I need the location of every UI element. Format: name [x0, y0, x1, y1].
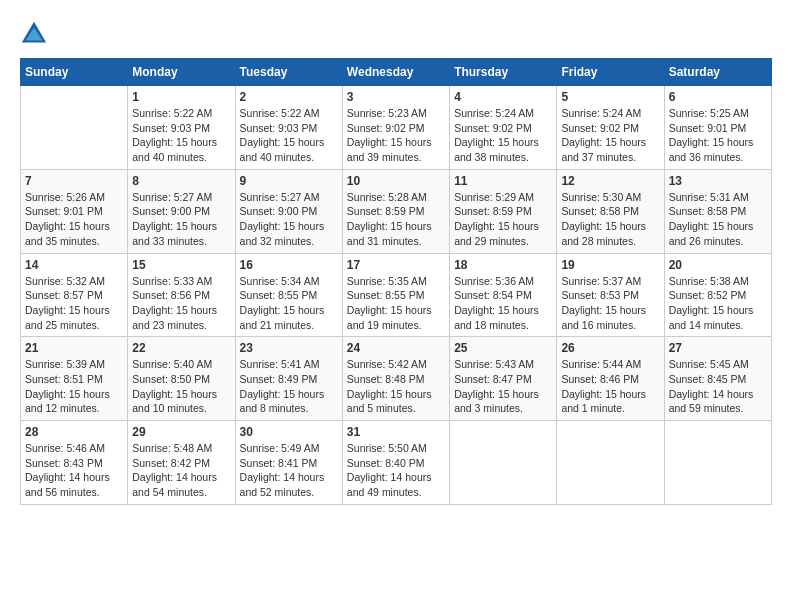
day-info: Sunrise: 5:27 AM Sunset: 9:00 PM Dayligh… [240, 190, 338, 249]
day-info: Sunrise: 5:39 AM Sunset: 8:51 PM Dayligh… [25, 357, 123, 416]
day-info: Sunrise: 5:23 AM Sunset: 9:02 PM Dayligh… [347, 106, 445, 165]
calendar-cell: 6Sunrise: 5:25 AM Sunset: 9:01 PM Daylig… [664, 86, 771, 170]
day-info: Sunrise: 5:24 AM Sunset: 9:02 PM Dayligh… [454, 106, 552, 165]
calendar-cell: 28Sunrise: 5:46 AM Sunset: 8:43 PM Dayli… [21, 421, 128, 505]
day-info: Sunrise: 5:49 AM Sunset: 8:41 PM Dayligh… [240, 441, 338, 500]
day-info: Sunrise: 5:26 AM Sunset: 9:01 PM Dayligh… [25, 190, 123, 249]
calendar-cell: 16Sunrise: 5:34 AM Sunset: 8:55 PM Dayli… [235, 253, 342, 337]
calendar-cell: 26Sunrise: 5:44 AM Sunset: 8:46 PM Dayli… [557, 337, 664, 421]
calendar-cell: 18Sunrise: 5:36 AM Sunset: 8:54 PM Dayli… [450, 253, 557, 337]
day-number: 16 [240, 258, 338, 272]
day-number: 29 [132, 425, 230, 439]
day-number: 28 [25, 425, 123, 439]
calendar-cell: 21Sunrise: 5:39 AM Sunset: 8:51 PM Dayli… [21, 337, 128, 421]
calendar-week-row: 7Sunrise: 5:26 AM Sunset: 9:01 PM Daylig… [21, 169, 772, 253]
calendar-cell [557, 421, 664, 505]
calendar-cell [664, 421, 771, 505]
day-info: Sunrise: 5:22 AM Sunset: 9:03 PM Dayligh… [132, 106, 230, 165]
day-number: 14 [25, 258, 123, 272]
day-number: 8 [132, 174, 230, 188]
day-number: 20 [669, 258, 767, 272]
day-of-week-header: Monday [128, 59, 235, 86]
day-of-week-header: Thursday [450, 59, 557, 86]
day-number: 26 [561, 341, 659, 355]
day-number: 1 [132, 90, 230, 104]
day-number: 19 [561, 258, 659, 272]
day-number: 31 [347, 425, 445, 439]
calendar-week-row: 1Sunrise: 5:22 AM Sunset: 9:03 PM Daylig… [21, 86, 772, 170]
page-header [20, 20, 772, 48]
day-number: 7 [25, 174, 123, 188]
day-number: 25 [454, 341, 552, 355]
calendar-cell: 23Sunrise: 5:41 AM Sunset: 8:49 PM Dayli… [235, 337, 342, 421]
day-info: Sunrise: 5:32 AM Sunset: 8:57 PM Dayligh… [25, 274, 123, 333]
day-info: Sunrise: 5:42 AM Sunset: 8:48 PM Dayligh… [347, 357, 445, 416]
calendar-cell: 22Sunrise: 5:40 AM Sunset: 8:50 PM Dayli… [128, 337, 235, 421]
day-info: Sunrise: 5:35 AM Sunset: 8:55 PM Dayligh… [347, 274, 445, 333]
calendar-cell: 9Sunrise: 5:27 AM Sunset: 9:00 PM Daylig… [235, 169, 342, 253]
day-number: 4 [454, 90, 552, 104]
day-number: 3 [347, 90, 445, 104]
day-info: Sunrise: 5:30 AM Sunset: 8:58 PM Dayligh… [561, 190, 659, 249]
calendar-cell [21, 86, 128, 170]
day-number: 17 [347, 258, 445, 272]
day-info: Sunrise: 5:46 AM Sunset: 8:43 PM Dayligh… [25, 441, 123, 500]
calendar-cell: 30Sunrise: 5:49 AM Sunset: 8:41 PM Dayli… [235, 421, 342, 505]
day-number: 2 [240, 90, 338, 104]
calendar-cell: 2Sunrise: 5:22 AM Sunset: 9:03 PM Daylig… [235, 86, 342, 170]
day-number: 30 [240, 425, 338, 439]
day-info: Sunrise: 5:33 AM Sunset: 8:56 PM Dayligh… [132, 274, 230, 333]
day-info: Sunrise: 5:22 AM Sunset: 9:03 PM Dayligh… [240, 106, 338, 165]
day-number: 23 [240, 341, 338, 355]
calendar-cell: 31Sunrise: 5:50 AM Sunset: 8:40 PM Dayli… [342, 421, 449, 505]
day-number: 18 [454, 258, 552, 272]
calendar-cell: 27Sunrise: 5:45 AM Sunset: 8:45 PM Dayli… [664, 337, 771, 421]
calendar-cell: 4Sunrise: 5:24 AM Sunset: 9:02 PM Daylig… [450, 86, 557, 170]
day-info: Sunrise: 5:36 AM Sunset: 8:54 PM Dayligh… [454, 274, 552, 333]
calendar-header-row: SundayMondayTuesdayWednesdayThursdayFrid… [21, 59, 772, 86]
day-number: 6 [669, 90, 767, 104]
calendar-cell: 7Sunrise: 5:26 AM Sunset: 9:01 PM Daylig… [21, 169, 128, 253]
day-info: Sunrise: 5:31 AM Sunset: 8:58 PM Dayligh… [669, 190, 767, 249]
day-number: 15 [132, 258, 230, 272]
day-number: 22 [132, 341, 230, 355]
calendar-cell: 12Sunrise: 5:30 AM Sunset: 8:58 PM Dayli… [557, 169, 664, 253]
day-info: Sunrise: 5:38 AM Sunset: 8:52 PM Dayligh… [669, 274, 767, 333]
day-number: 11 [454, 174, 552, 188]
day-of-week-header: Tuesday [235, 59, 342, 86]
calendar-cell: 1Sunrise: 5:22 AM Sunset: 9:03 PM Daylig… [128, 86, 235, 170]
calendar-cell: 25Sunrise: 5:43 AM Sunset: 8:47 PM Dayli… [450, 337, 557, 421]
calendar-cell: 15Sunrise: 5:33 AM Sunset: 8:56 PM Dayli… [128, 253, 235, 337]
calendar-cell: 11Sunrise: 5:29 AM Sunset: 8:59 PM Dayli… [450, 169, 557, 253]
day-info: Sunrise: 5:29 AM Sunset: 8:59 PM Dayligh… [454, 190, 552, 249]
day-info: Sunrise: 5:27 AM Sunset: 9:00 PM Dayligh… [132, 190, 230, 249]
day-info: Sunrise: 5:43 AM Sunset: 8:47 PM Dayligh… [454, 357, 552, 416]
day-number: 5 [561, 90, 659, 104]
day-of-week-header: Saturday [664, 59, 771, 86]
day-info: Sunrise: 5:45 AM Sunset: 8:45 PM Dayligh… [669, 357, 767, 416]
day-number: 9 [240, 174, 338, 188]
day-number: 21 [25, 341, 123, 355]
day-info: Sunrise: 5:28 AM Sunset: 8:59 PM Dayligh… [347, 190, 445, 249]
logo-icon [20, 20, 48, 48]
calendar-week-row: 28Sunrise: 5:46 AM Sunset: 8:43 PM Dayli… [21, 421, 772, 505]
calendar-cell: 3Sunrise: 5:23 AM Sunset: 9:02 PM Daylig… [342, 86, 449, 170]
day-info: Sunrise: 5:37 AM Sunset: 8:53 PM Dayligh… [561, 274, 659, 333]
calendar-cell: 8Sunrise: 5:27 AM Sunset: 9:00 PM Daylig… [128, 169, 235, 253]
day-number: 10 [347, 174, 445, 188]
logo [20, 20, 52, 48]
calendar-cell: 5Sunrise: 5:24 AM Sunset: 9:02 PM Daylig… [557, 86, 664, 170]
calendar-cell: 20Sunrise: 5:38 AM Sunset: 8:52 PM Dayli… [664, 253, 771, 337]
calendar-cell [450, 421, 557, 505]
calendar-cell: 17Sunrise: 5:35 AM Sunset: 8:55 PM Dayli… [342, 253, 449, 337]
calendar-cell: 29Sunrise: 5:48 AM Sunset: 8:42 PM Dayli… [128, 421, 235, 505]
day-info: Sunrise: 5:48 AM Sunset: 8:42 PM Dayligh… [132, 441, 230, 500]
calendar-week-row: 14Sunrise: 5:32 AM Sunset: 8:57 PM Dayli… [21, 253, 772, 337]
calendar-cell: 19Sunrise: 5:37 AM Sunset: 8:53 PM Dayli… [557, 253, 664, 337]
day-of-week-header: Sunday [21, 59, 128, 86]
day-of-week-header: Friday [557, 59, 664, 86]
day-number: 27 [669, 341, 767, 355]
calendar-cell: 10Sunrise: 5:28 AM Sunset: 8:59 PM Dayli… [342, 169, 449, 253]
day-info: Sunrise: 5:50 AM Sunset: 8:40 PM Dayligh… [347, 441, 445, 500]
calendar-table: SundayMondayTuesdayWednesdayThursdayFrid… [20, 58, 772, 505]
